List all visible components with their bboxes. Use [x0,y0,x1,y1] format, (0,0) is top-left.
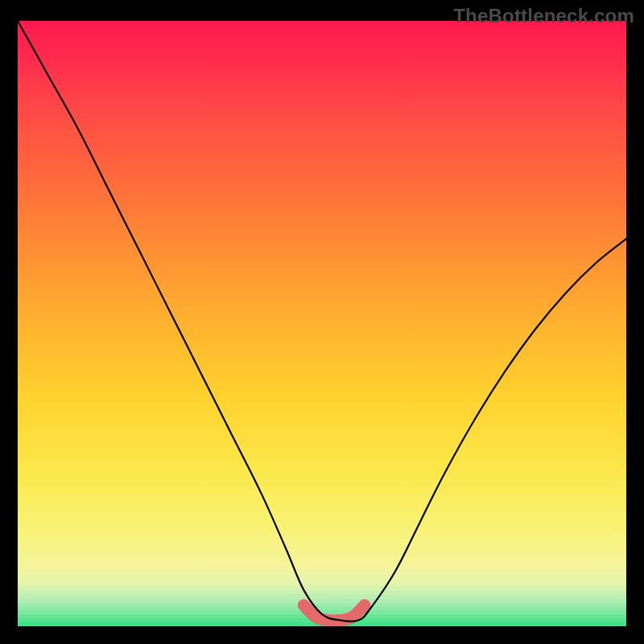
plot-area [18,21,626,626]
chart-frame: TheBottleneck.com [0,0,644,644]
bottleneck-curve-path [18,21,626,621]
valley-accent-path [303,605,365,621]
watermark-text: TheBottleneck.com [453,5,634,27]
curve-layer [18,21,626,626]
